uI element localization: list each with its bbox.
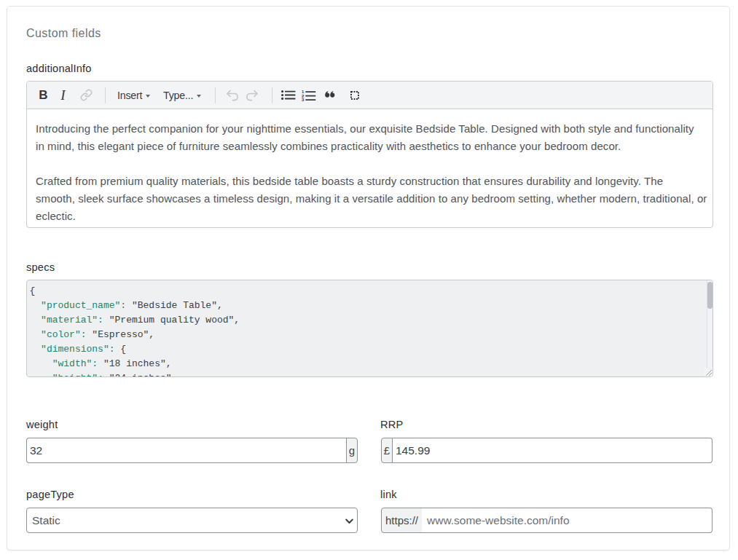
- svg-text:3: 3: [302, 98, 305, 102]
